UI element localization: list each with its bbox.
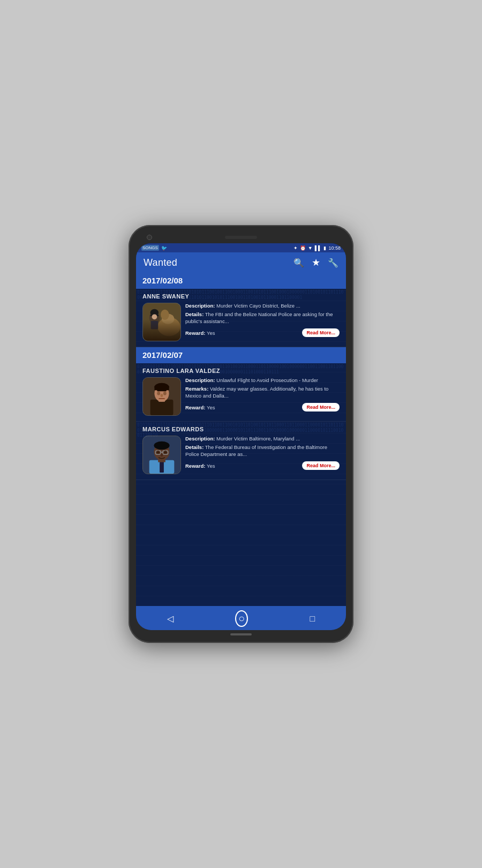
- person-name-anne: ANNE SWANEY: [142, 293, 340, 300]
- marcus-read-more-button[interactable]: Read More...: [302, 461, 340, 470]
- svg-rect-19: [162, 390, 167, 391]
- earpiece-speaker: [225, 236, 257, 239]
- svg-rect-8: [151, 321, 159, 330]
- person-name-marcus: MARCUS EDWARDS: [142, 426, 340, 432]
- phone-screen: SONGS 🐦 ✦ ⏰ ▼ ▌▌ ▮ 10:58 Wanted 🔍 ★ 🔧: [136, 243, 346, 630]
- content-area: 2017/02/08 01001101011010010111010101110…: [136, 273, 346, 606]
- svg-rect-0: [143, 303, 180, 341]
- toolbar-actions: 🔍 ★ 🔧: [293, 257, 338, 268]
- card-body-anne: Description: Murder Victim Cayo District…: [142, 303, 340, 341]
- status-right-icons: ✦ ⏰ ▼ ▌▌ ▮ 10:58: [293, 245, 341, 251]
- card-info-marcus: Description: Murder Victim Baltimore, Ma…: [185, 436, 340, 474]
- date-header-1: 2017/02/08: [136, 273, 346, 289]
- faustino-footer: Reward: Yes Read More...: [185, 403, 340, 411]
- anne-description: Description: Murder Victim Cayo District…: [185, 303, 340, 310]
- card-body-faustino: Description: Unlawful Flight to Avoid Pr…: [142, 377, 340, 416]
- settings-icon[interactable]: 🔧: [328, 258, 338, 268]
- faustino-description: Description: Unlawful Flight to Avoid Pr…: [185, 377, 340, 384]
- anne-footer: Reward: Yes Read More...: [185, 328, 340, 337]
- app-icon-1: SONGS: [141, 245, 159, 251]
- svg-point-20: [161, 394, 163, 397]
- home-indicator: [230, 633, 252, 635]
- anne-read-more-button[interactable]: Read More...: [302, 328, 340, 337]
- bottom-navigation: ◁ ○ □: [136, 606, 346, 630]
- person-card-marcus: 0101001101110101011100100111011001100101…: [136, 422, 346, 480]
- svg-point-7: [152, 314, 157, 319]
- person-photo-marcus: [142, 436, 181, 474]
- person-photo-anne: [142, 303, 181, 341]
- date-text-1: 2017/02/08: [142, 276, 183, 285]
- wifi-icon: ▼: [308, 245, 313, 251]
- card-info-anne: Description: Murder Victim Cayo District…: [185, 303, 340, 341]
- back-button[interactable]: ◁: [167, 613, 174, 624]
- faustino-reward: Reward: Yes: [185, 405, 215, 410]
- marcus-description: Description: Murder Victim Baltimore, Ma…: [185, 436, 340, 443]
- marcus-footer: Reward: Yes Read More...: [185, 461, 340, 470]
- svg-point-27: [154, 442, 169, 450]
- svg-point-33: [161, 453, 163, 457]
- svg-point-32: [164, 451, 167, 454]
- svg-rect-21: [159, 398, 165, 399]
- svg-rect-24: [160, 461, 164, 473]
- card-body-marcus: Description: Murder Victim Baltimore, Ma…: [142, 436, 340, 474]
- status-bar: SONGS 🐦 ✦ ⏰ ▼ ▌▌ ▮ 10:58: [136, 243, 346, 252]
- app-toolbar: Wanted 🔍 ★ 🔧: [136, 252, 346, 273]
- card-info-faustino: Description: Unlawful Flight to Avoid Pr…: [185, 377, 340, 416]
- person-photo-faustino: [142, 377, 181, 416]
- alarm-icon: ⏰: [300, 245, 306, 251]
- svg-point-1: [157, 317, 180, 336]
- bluetooth-icon: ✦: [293, 245, 298, 251]
- anne-details: Details: The FBI and the Belize National…: [185, 311, 340, 325]
- svg-point-16: [157, 392, 160, 395]
- time-display: 10:58: [328, 245, 341, 251]
- svg-point-31: [156, 451, 160, 454]
- svg-point-3: [161, 310, 169, 320]
- recent-apps-button[interactable]: □: [310, 614, 315, 624]
- notification-icon: 🐦: [161, 245, 167, 251]
- date-text-2: 2017/02/07: [142, 350, 183, 360]
- faustino-read-more-button[interactable]: Read More...: [302, 403, 340, 411]
- date-header-2: 2017/02/07: [136, 347, 346, 363]
- svg-rect-15: [154, 386, 169, 391]
- person-name-faustino: FAUSTINO LARA VALDEZ: [142, 368, 340, 374]
- svg-rect-18: [157, 390, 161, 391]
- front-camera: [147, 235, 152, 240]
- marcus-reward: Reward: Yes: [185, 463, 215, 469]
- status-left-icons: SONGS 🐦: [141, 245, 167, 251]
- app-title: Wanted: [144, 257, 177, 268]
- svg-point-17: [163, 392, 167, 395]
- favorites-icon[interactable]: ★: [312, 257, 320, 268]
- marcus-details: Details: The Federal Bureau of Investiga…: [185, 444, 340, 458]
- battery-icon: ▮: [323, 245, 326, 251]
- faustino-remarks: Remarks: Valdez may wear glasses. Additi…: [185, 386, 340, 400]
- person-card-faustino: 0100000101101101011001010111001001101001…: [136, 363, 346, 422]
- home-button[interactable]: ○: [235, 610, 248, 627]
- search-icon[interactable]: 🔍: [293, 258, 304, 268]
- svg-rect-11: [150, 400, 174, 415]
- signal-icon: ▌▌: [315, 245, 322, 251]
- person-card-anne: 0100110101101001011101010111001001100100…: [136, 289, 346, 347]
- phone-device: SONGS 🐦 ✦ ⏰ ▼ ▌▌ ▮ 10:58 Wanted 🔍 ★ 🔧: [129, 225, 353, 643]
- anne-reward: Reward: Yes: [185, 330, 215, 336]
